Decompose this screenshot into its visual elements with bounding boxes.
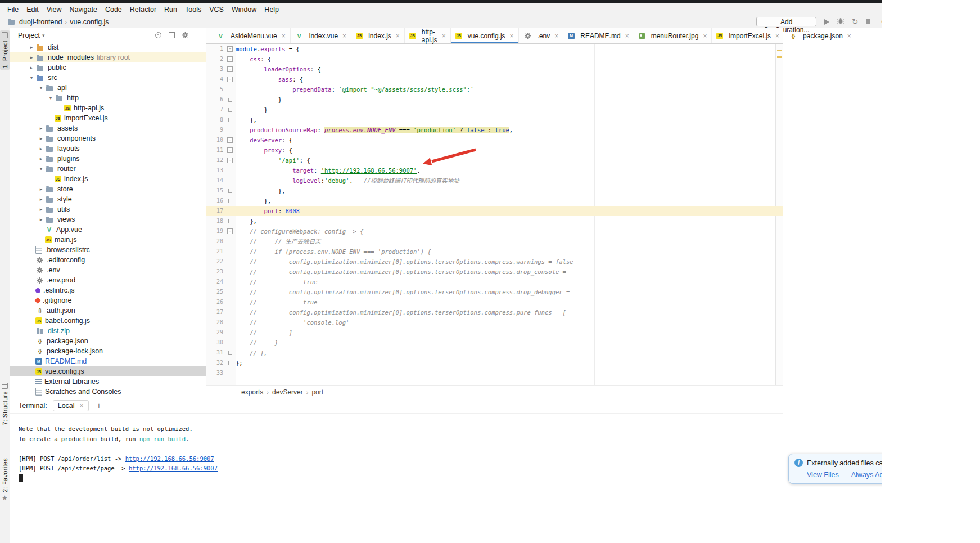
code-line-8[interactable]: 8 }, — [206, 115, 783, 125]
code-line-9[interactable]: 9 productionSourceMap: process.env.NODE_… — [206, 125, 783, 135]
stripe-favorites-button[interactable]: 2: Favorites ★ — [0, 458, 10, 501]
tree-item-.gitignore[interactable]: .gitignore — [10, 295, 206, 306]
tree-item-importExcel.js[interactable]: JSimportExcel.js — [10, 113, 206, 123]
breadcrumb-project[interactable]: duoji-frontend — [19, 18, 62, 26]
fold-collapse-icon[interactable]: − — [227, 228, 233, 234]
close-tab-icon[interactable]: × — [703, 32, 707, 40]
tree-item-views[interactable]: ▸views — [10, 214, 206, 225]
close-tab-icon[interactable]: × — [442, 32, 446, 40]
fold-marker-icon[interactable]: − — [224, 64, 236, 74]
breadcrumb-file[interactable]: vue.config.js — [70, 18, 109, 26]
terminal-output[interactable]: Note that the development build is not o… — [10, 414, 783, 483]
fold-collapse-icon[interactable]: − — [227, 147, 233, 153]
fold-marker-icon[interactable]: − — [224, 155, 236, 165]
tree-item-package.json[interactable]: {}package.json — [10, 336, 206, 346]
chevron-open-icon[interactable]: ▾ — [37, 85, 45, 91]
gear-icon[interactable] — [182, 32, 188, 38]
chevron-open-icon[interactable]: ▾ — [28, 75, 35, 80]
tree-item-External Libraries[interactable]: External Libraries — [10, 376, 206, 387]
fold-collapse-icon[interactable]: − — [227, 66, 233, 72]
fold-collapse-icon[interactable]: − — [227, 158, 233, 163]
tree-item-package-lock.json[interactable]: {}package-lock.json — [10, 346, 206, 356]
code-line-16[interactable]: 16 }, — [206, 196, 783, 206]
menu-item-tools[interactable]: Tools — [181, 5, 205, 15]
terminal-label[interactable]: Terminal: — [19, 402, 47, 410]
close-icon[interactable]: × — [80, 402, 84, 410]
tab-vue.config.js[interactable]: JSvue.config.js× — [451, 28, 519, 43]
code-line-3[interactable]: 3− loaderOptions: { — [206, 64, 783, 74]
breadcrumb-exports[interactable]: exports — [241, 388, 263, 396]
tree-item-README.md[interactable]: MREADME.md — [10, 356, 206, 366]
code-line-21[interactable]: 21 // if (process.env.NODE_ENV === 'prod… — [206, 246, 783, 257]
code-line-12[interactable]: 12− '/api': { — [206, 155, 783, 165]
terminal-tab-local[interactable]: Local × — [53, 400, 89, 411]
chevron-closed-icon[interactable]: ▸ — [37, 125, 45, 131]
tab-index.js[interactable]: JSindex.js× — [351, 28, 405, 43]
code-line-18[interactable]: 18 }, — [206, 216, 783, 226]
tree-item-http[interactable]: ▾http — [10, 93, 206, 103]
code-line-2[interactable]: 2− css: { — [206, 54, 783, 64]
menu-item-file[interactable]: File — [3, 5, 22, 15]
close-tab-icon[interactable]: × — [282, 32, 286, 40]
menu-item-edit[interactable]: Edit — [22, 5, 43, 15]
tree-item-dist.zip[interactable]: dist.zip — [10, 326, 206, 336]
tree-item-dist[interactable]: ▸dist — [10, 42, 206, 52]
tab-README.md[interactable]: MREADME.md× — [563, 28, 634, 43]
code-line-14[interactable]: 14 logLevel:'debug', //控制台终端打印代理前的真实地址 — [206, 176, 783, 186]
tree-item-components[interactable]: ▸components — [10, 133, 206, 143]
code-line-29[interactable]: 29 // ] — [206, 327, 783, 338]
tree-item-.eslintrc.js[interactable]: .eslintrc.js — [10, 285, 206, 295]
tree-item-.env.prod[interactable]: .env.prod — [10, 275, 206, 285]
tree-item-public[interactable]: ▸public — [10, 62, 206, 73]
locate-file-icon[interactable] — [155, 32, 161, 38]
terminal-url-link[interactable]: http://192.168.66.56:9007 — [129, 465, 218, 472]
fold-collapse-icon[interactable]: − — [227, 137, 233, 143]
menu-item-window[interactable]: Window — [228, 5, 260, 15]
view-files-link[interactable]: View Files — [807, 471, 839, 479]
tree-item-api[interactable]: ▾api — [10, 83, 206, 93]
close-tab-icon[interactable]: × — [342, 32, 346, 40]
breadcrumb-devServer[interactable]: devServer — [272, 388, 303, 396]
fold-marker-icon[interactable] — [224, 196, 236, 206]
fold-marker-icon[interactable]: − — [224, 74, 236, 84]
chevron-closed-icon[interactable]: ▸ — [37, 146, 45, 151]
fold-marker-icon[interactable] — [224, 115, 236, 125]
close-tab-icon[interactable]: × — [625, 32, 629, 40]
tree-item-style[interactable]: ▸style — [10, 194, 206, 204]
run-icon[interactable] — [824, 19, 829, 25]
fold-marker-icon[interactable] — [224, 95, 236, 105]
chevron-closed-icon[interactable]: ▸ — [37, 196, 45, 202]
debug-icon[interactable] — [837, 17, 844, 26]
close-tab-icon[interactable]: × — [396, 32, 400, 40]
fold-marker-icon[interactable] — [224, 216, 236, 226]
fold-collapse-icon[interactable]: − — [227, 56, 233, 62]
close-tab-icon[interactable]: × — [510, 32, 514, 40]
code-line-19[interactable]: 19− // configureWebpack: config => { — [206, 226, 783, 236]
tree-item-layouts[interactable]: ▸layouts — [10, 143, 206, 154]
chevron-open-icon[interactable]: ▾ — [47, 95, 55, 101]
tree-item-router[interactable]: ▾router — [10, 164, 206, 174]
fold-marker-icon[interactable]: − — [224, 135, 236, 145]
menu-item-help[interactable]: Help — [260, 5, 283, 15]
fold-marker-icon[interactable]: − — [224, 226, 236, 236]
rerun-icon[interactable]: ↻ — [852, 18, 858, 25]
tree-item-main.js[interactable]: JSmain.js — [10, 235, 206, 245]
chevron-closed-icon[interactable]: ▸ — [37, 207, 45, 212]
menu-item-vcs[interactable]: VCS — [205, 5, 228, 15]
fold-marker-icon[interactable] — [224, 186, 236, 196]
tree-item-auth.json[interactable]: {}auth.json — [10, 306, 206, 316]
tree-item-src[interactable]: ▾src — [10, 73, 206, 83]
tree-item-assets[interactable]: ▸assets — [10, 123, 206, 133]
always-add-link[interactable]: Always Add — [851, 471, 882, 479]
menu-item-refactor[interactable]: Refactor — [126, 5, 160, 15]
tree-item-babel.config.js[interactable]: JSbabel.config.js — [10, 316, 206, 326]
code-line-33[interactable]: 33 — [206, 368, 783, 378]
fold-marker-icon[interactable] — [224, 358, 236, 368]
code-line-22[interactable]: 22 // config.optimization.minimizer[0].o… — [206, 257, 783, 267]
tab-AsideMenu.vue[interactable]: VAsideMenu.vue× — [212, 28, 291, 43]
tree-item-.browserslistrc[interactable]: .browserslistrc — [10, 245, 206, 255]
new-terminal-button[interactable]: + — [94, 402, 103, 410]
chevron-closed-icon[interactable]: ▸ — [37, 186, 45, 192]
fold-marker-icon[interactable] — [224, 105, 236, 115]
chevron-closed-icon[interactable]: ▸ — [28, 65, 35, 70]
